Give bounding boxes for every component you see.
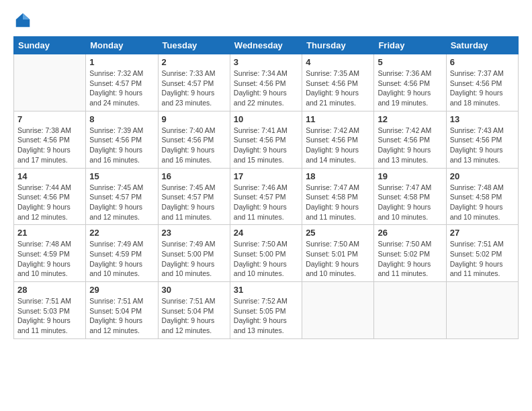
- calendar-cell: 7Sunrise: 7:38 AM Sunset: 4:56 PM Daylig…: [14, 111, 86, 168]
- day-info: Sunrise: 7:49 AM Sunset: 5:00 PM Dayligh…: [162, 239, 226, 279]
- calendar-cell: 22Sunrise: 7:49 AM Sunset: 4:59 PM Dayli…: [86, 225, 158, 282]
- calendar-cell: 15Sunrise: 7:45 AM Sunset: 4:57 PM Dayli…: [86, 168, 158, 225]
- calendar-cell: 19Sunrise: 7:47 AM Sunset: 4:58 PM Dayli…: [374, 168, 446, 225]
- day-info: Sunrise: 7:50 AM Sunset: 5:00 PM Dayligh…: [234, 239, 298, 279]
- day-number: 13: [450, 114, 515, 124]
- day-number: 6: [450, 57, 515, 67]
- day-number: 17: [234, 171, 298, 181]
- calendar-cell: 21Sunrise: 7:48 AM Sunset: 4:59 PM Dayli…: [14, 225, 86, 282]
- calendar-cell: 13Sunrise: 7:43 AM Sunset: 4:56 PM Dayli…: [446, 111, 518, 168]
- calendar-cell: 18Sunrise: 7:47 AM Sunset: 4:58 PM Dayli…: [302, 168, 374, 225]
- day-info: Sunrise: 7:38 AM Sunset: 4:56 PM Dayligh…: [17, 126, 82, 165]
- day-info: Sunrise: 7:42 AM Sunset: 4:56 PM Dayligh…: [378, 126, 442, 165]
- day-info: Sunrise: 7:36 AM Sunset: 4:56 PM Dayligh…: [378, 68, 442, 108]
- day-number: 2: [162, 57, 226, 67]
- day-number: 30: [162, 285, 226, 295]
- day-info: Sunrise: 7:42 AM Sunset: 4:56 PM Dayligh…: [306, 126, 370, 165]
- svg-marker-1: [23, 13, 30, 19]
- day-info: Sunrise: 7:47 AM Sunset: 4:58 PM Dayligh…: [378, 183, 442, 222]
- day-number: 3: [234, 57, 298, 67]
- day-info: Sunrise: 7:51 AM Sunset: 5:04 PM Dayligh…: [162, 296, 226, 336]
- calendar-cell: 20Sunrise: 7:48 AM Sunset: 4:58 PM Dayli…: [446, 168, 518, 225]
- calendar-header-friday: Friday: [374, 37, 446, 54]
- calendar-cell: 26Sunrise: 7:50 AM Sunset: 5:02 PM Dayli…: [374, 225, 446, 282]
- calendar-header-row: SundayMondayTuesdayWednesdayThursdayFrid…: [14, 37, 519, 54]
- day-number: 21: [17, 228, 82, 238]
- week-row-2: 7Sunrise: 7:38 AM Sunset: 4:56 PM Daylig…: [14, 111, 519, 168]
- calendar-cell: 3Sunrise: 7:34 AM Sunset: 4:56 PM Daylig…: [230, 54, 302, 111]
- calendar-cell: 5Sunrise: 7:36 AM Sunset: 4:56 PM Daylig…: [374, 54, 446, 111]
- calendar-header-tuesday: Tuesday: [158, 37, 230, 54]
- day-info: Sunrise: 7:46 AM Sunset: 4:57 PM Dayligh…: [234, 183, 298, 222]
- day-info: Sunrise: 7:44 AM Sunset: 4:56 PM Dayligh…: [17, 183, 82, 222]
- day-number: 10: [234, 114, 298, 124]
- page-header: [13, 11, 519, 30]
- week-row-1: 1Sunrise: 7:32 AM Sunset: 4:57 PM Daylig…: [14, 54, 519, 111]
- calendar-cell: [374, 282, 446, 339]
- day-number: 4: [306, 57, 370, 67]
- day-info: Sunrise: 7:47 AM Sunset: 4:58 PM Dayligh…: [306, 183, 370, 222]
- logo-icon: [13, 11, 32, 30]
- day-number: 12: [378, 114, 442, 124]
- day-info: Sunrise: 7:48 AM Sunset: 4:58 PM Dayligh…: [450, 183, 515, 222]
- day-number: 29: [89, 285, 154, 295]
- calendar-header-saturday: Saturday: [446, 37, 518, 54]
- day-number: 28: [17, 285, 82, 295]
- calendar-cell: 1Sunrise: 7:32 AM Sunset: 4:57 PM Daylig…: [86, 54, 158, 111]
- day-number: 31: [234, 285, 298, 295]
- week-row-5: 28Sunrise: 7:51 AM Sunset: 5:03 PM Dayli…: [14, 282, 519, 339]
- day-number: 7: [17, 114, 82, 124]
- day-number: 18: [306, 171, 370, 181]
- calendar-cell: 12Sunrise: 7:42 AM Sunset: 4:56 PM Dayli…: [374, 111, 446, 168]
- day-info: Sunrise: 7:43 AM Sunset: 4:56 PM Dayligh…: [450, 126, 515, 165]
- calendar-cell: 31Sunrise: 7:52 AM Sunset: 5:05 PM Dayli…: [230, 282, 302, 339]
- day-number: 14: [17, 171, 82, 181]
- calendar-cell: 27Sunrise: 7:51 AM Sunset: 5:02 PM Dayli…: [446, 225, 518, 282]
- calendar-cell: 25Sunrise: 7:50 AM Sunset: 5:01 PM Dayli…: [302, 225, 374, 282]
- calendar-header-monday: Monday: [86, 37, 158, 54]
- calendar-header-wednesday: Wednesday: [230, 37, 302, 54]
- day-number: 27: [450, 228, 515, 238]
- day-info: Sunrise: 7:52 AM Sunset: 5:05 PM Dayligh…: [234, 296, 298, 336]
- day-number: 24: [234, 228, 298, 238]
- calendar-cell: 11Sunrise: 7:42 AM Sunset: 4:56 PM Dayli…: [302, 111, 374, 168]
- day-number: 19: [378, 171, 442, 181]
- day-info: Sunrise: 7:45 AM Sunset: 4:57 PM Dayligh…: [162, 183, 226, 222]
- week-row-3: 14Sunrise: 7:44 AM Sunset: 4:56 PM Dayli…: [14, 168, 519, 225]
- day-info: Sunrise: 7:39 AM Sunset: 4:56 PM Dayligh…: [89, 126, 154, 165]
- calendar-cell: 28Sunrise: 7:51 AM Sunset: 5:03 PM Dayli…: [14, 282, 86, 339]
- day-info: Sunrise: 7:33 AM Sunset: 4:57 PM Dayligh…: [162, 68, 226, 108]
- calendar-header-sunday: Sunday: [14, 37, 86, 54]
- day-number: 11: [306, 114, 370, 124]
- day-number: 22: [89, 228, 154, 238]
- calendar-cell: 16Sunrise: 7:45 AM Sunset: 4:57 PM Dayli…: [158, 168, 230, 225]
- day-info: Sunrise: 7:41 AM Sunset: 4:56 PM Dayligh…: [234, 126, 298, 165]
- day-number: 20: [450, 171, 515, 181]
- day-info: Sunrise: 7:40 AM Sunset: 4:56 PM Dayligh…: [162, 126, 226, 165]
- day-info: Sunrise: 7:45 AM Sunset: 4:57 PM Dayligh…: [89, 183, 154, 222]
- calendar-table: SundayMondayTuesdayWednesdayThursdayFrid…: [13, 36, 519, 339]
- calendar-cell: 17Sunrise: 7:46 AM Sunset: 4:57 PM Dayli…: [230, 168, 302, 225]
- calendar-cell: 4Sunrise: 7:35 AM Sunset: 4:56 PM Daylig…: [302, 54, 374, 111]
- calendar-cell: 24Sunrise: 7:50 AM Sunset: 5:00 PM Dayli…: [230, 225, 302, 282]
- day-number: 23: [162, 228, 226, 238]
- calendar-cell: [14, 54, 86, 111]
- day-number: 5: [378, 57, 442, 67]
- calendar-cell: 9Sunrise: 7:40 AM Sunset: 4:56 PM Daylig…: [158, 111, 230, 168]
- day-info: Sunrise: 7:34 AM Sunset: 4:56 PM Dayligh…: [234, 68, 298, 108]
- day-number: 9: [162, 114, 226, 124]
- calendar-cell: 8Sunrise: 7:39 AM Sunset: 4:56 PM Daylig…: [86, 111, 158, 168]
- logo: [13, 11, 35, 30]
- day-info: Sunrise: 7:51 AM Sunset: 5:02 PM Dayligh…: [450, 239, 515, 279]
- calendar-cell: 2Sunrise: 7:33 AM Sunset: 4:57 PM Daylig…: [158, 54, 230, 111]
- day-info: Sunrise: 7:48 AM Sunset: 4:59 PM Dayligh…: [17, 239, 82, 279]
- calendar-cell: 23Sunrise: 7:49 AM Sunset: 5:00 PM Dayli…: [158, 225, 230, 282]
- calendar-cell: [302, 282, 374, 339]
- calendar-cell: 29Sunrise: 7:51 AM Sunset: 5:04 PM Dayli…: [86, 282, 158, 339]
- day-info: Sunrise: 7:50 AM Sunset: 5:01 PM Dayligh…: [306, 239, 370, 279]
- day-number: 1: [89, 57, 154, 67]
- day-info: Sunrise: 7:37 AM Sunset: 4:56 PM Dayligh…: [450, 68, 515, 108]
- calendar-cell: 10Sunrise: 7:41 AM Sunset: 4:56 PM Dayli…: [230, 111, 302, 168]
- calendar-header-thursday: Thursday: [302, 37, 374, 54]
- day-info: Sunrise: 7:35 AM Sunset: 4:56 PM Dayligh…: [306, 68, 370, 108]
